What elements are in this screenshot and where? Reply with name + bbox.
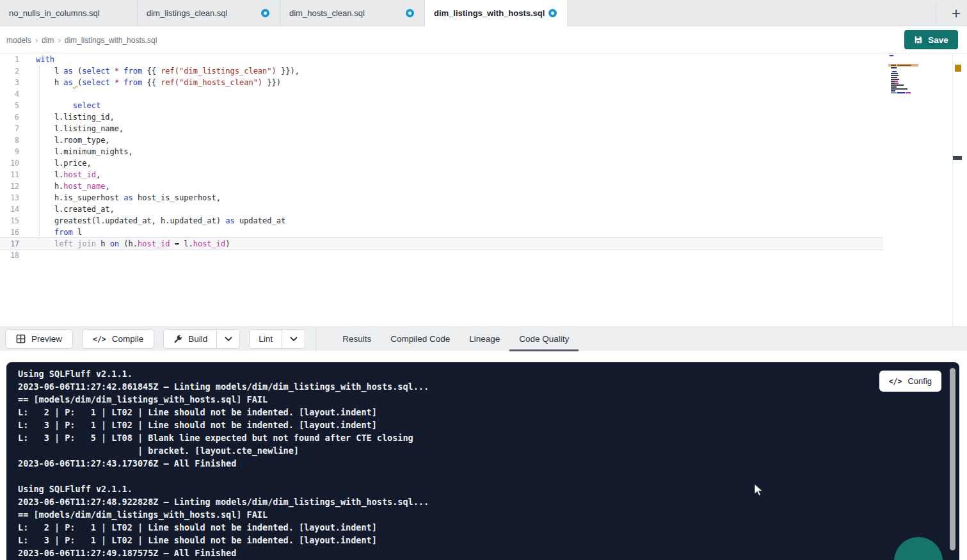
unsaved-changes-dot-icon	[406, 9, 414, 17]
code-area[interactable]: 1with2 l as (select * from {{ ref("dim_l…	[0, 54, 883, 261]
config-button-label: Config	[907, 376, 932, 386]
line-content: greatest(l.updated_at, h.updated_at) as …	[19, 215, 285, 227]
code-line[interactable]: 1with	[0, 54, 883, 65]
code-line[interactable]: 14 l.created_at,	[0, 204, 883, 215]
code-line[interactable]: 12 h.host_name,	[0, 180, 883, 192]
tab-dim_listings_clean.sql[interactable]: dim_listings_clean.sql	[138, 0, 280, 26]
terminal-output: Using SQLFluff v2.1.1.2023-06-06T11:27:4…	[18, 367, 934, 559]
line-number: 5	[0, 100, 19, 111]
lint-button-label: Lint	[259, 334, 273, 344]
code-icon: </>	[93, 335, 106, 344]
terminal-line: Using SQLFluff v2.1.1.	[18, 367, 934, 380]
code-line[interactable]: 2 l as (select * from {{ ref("dim_listin…	[0, 65, 883, 77]
breadcrumb: models›dim›dim_listings_with_hosts.sql	[6, 35, 157, 45]
build-button[interactable]: Build	[164, 330, 216, 348]
tab-code-quality[interactable]: Code Quality	[509, 327, 579, 351]
code-line[interactable]: 15 greatest(l.updated_at, h.updated_at) …	[0, 215, 883, 227]
tab-label: dim_listings_with_hosts.sql	[434, 8, 545, 18]
breadcrumb-separator: ›	[58, 35, 60, 45]
tab-strip: no_nulls_in_columns.sqldim_listings_clea…	[0, 0, 967, 26]
chevron-down-icon	[290, 337, 298, 342]
tab-dim_hosts_clean.sql[interactable]: dim_hosts_clean.sql	[280, 0, 425, 26]
code-line[interactable]: 16 from l	[0, 227, 883, 238]
scroll-position-marker	[953, 156, 962, 160]
breadcrumb-item[interactable]: dim_listings_with_hosts.sql	[65, 36, 157, 45]
code-line[interactable]: 5 select	[0, 100, 883, 111]
lint-warning-marker	[955, 65, 961, 72]
new-tab-button[interactable]: +	[945, 3, 967, 24]
line-number: 13	[0, 192, 19, 204]
tab-results[interactable]: Results	[333, 327, 381, 351]
tab-lineage[interactable]: Lineage	[460, 327, 509, 351]
breadcrumb-item[interactable]: dim	[42, 36, 54, 45]
tab-compiled-code[interactable]: Compiled Code	[381, 327, 460, 351]
code-line[interactable]: 8 l.room_type,	[0, 134, 883, 146]
terminal-line: == [models/dim/dim_listings_with_hosts.s…	[18, 508, 934, 521]
tab-dim_listings_with_hosts.sql[interactable]: dim_listings_with_hosts.sql	[425, 0, 568, 26]
terminal-line: | bracket. [layout.cte_newline]	[18, 444, 934, 457]
compile-button[interactable]: </> Compile	[82, 329, 154, 349]
code-line[interactable]: 7 l.listing_name,	[0, 123, 883, 134]
build-split-button: Build	[163, 329, 240, 349]
code-line[interactable]: 18	[0, 250, 883, 261]
breadcrumb-item[interactable]: models	[6, 36, 31, 45]
lint-output-terminal[interactable]: Using SQLFluff v2.1.1.2023-06-06T11:27:4…	[6, 362, 959, 560]
line-number: 3	[0, 77, 19, 88]
code-line[interactable]: 3 h as (select * from {{ ref("dim_hosts_…	[0, 77, 883, 88]
action-toolbar: Preview </> Compile Build	[0, 326, 967, 351]
lint-split-button: Lint	[249, 329, 305, 349]
code-line[interactable]: 9 l.minimum_nights,	[0, 146, 883, 157]
line-number: 6	[0, 111, 19, 123]
tab-label: dim_listings_clean.sql	[147, 8, 227, 18]
line-content: l as (select * from {{ ref("dim_listings…	[19, 65, 300, 77]
dbt-cloud-ide: no_nulls_in_columns.sqldim_listings_clea…	[0, 0, 967, 560]
terminal-scrollbar[interactable]	[950, 368, 955, 550]
code-line[interactable]: 10 l.price,	[0, 157, 883, 169]
line-number: 9	[0, 146, 19, 157]
chevron-down-icon	[225, 337, 232, 342]
line-number: 1	[0, 54, 19, 65]
line-content: l.minimum_nights,	[19, 146, 133, 157]
terminal-line: L: 2 | P: 1 | LT02 | Line should not be …	[18, 406, 934, 419]
compile-button-label: Compile	[112, 334, 144, 344]
line-number: 11	[0, 169, 19, 180]
config-button[interactable]: </> Config	[879, 371, 941, 392]
floppy-icon	[914, 35, 923, 44]
editor-right-border	[952, 54, 953, 326]
line-content: left join h on (h.host_id = l.host_id)	[19, 238, 230, 250]
grid-icon	[16, 334, 26, 344]
code-line[interactable]: 17 left join h on (h.host_id = l.host_id…	[0, 238, 883, 250]
tab-no_nulls_in_columns.sql[interactable]: no_nulls_in_columns.sql	[0, 0, 138, 26]
code-line[interactable]: 13 h.is_superhost as host_is_superhost,	[0, 192, 883, 204]
preview-button[interactable]: Preview	[5, 329, 73, 349]
save-button[interactable]: Save	[904, 30, 958, 49]
line-number: 17	[0, 238, 19, 250]
line-content: from l	[19, 227, 82, 238]
build-dropdown-button[interactable]	[216, 330, 239, 348]
terminal-line: L: 3 | P: 5 | LT08 | Blank line expected…	[18, 431, 934, 444]
line-content: l.listing_name,	[19, 123, 124, 134]
tab-bar-right: +	[936, 0, 967, 26]
tab-bar-divider	[936, 4, 936, 22]
terminal-line: 2023-06-06T11:27:43.173076Z — All Finish…	[18, 457, 934, 470]
terminal-line: L: 3 | P: 1 | LT02 | Line should not be …	[18, 534, 934, 547]
code-line[interactable]: 4	[0, 88, 883, 100]
result-tab-strip: ResultsCompiled CodeLineageCode Quality	[333, 327, 579, 351]
line-content: l.room_type,	[19, 134, 110, 146]
lint-button[interactable]: Lint	[250, 330, 282, 348]
minimap[interactable]	[888, 55, 919, 99]
editor-tab-bar: no_nulls_in_columns.sqldim_listings_clea…	[0, 0, 967, 26]
code-line[interactable]: 6 l.listing_id,	[0, 111, 883, 123]
line-number: 14	[0, 204, 19, 215]
code-editor[interactable]: 1with2 l as (select * from {{ ref("dim_l…	[0, 54, 967, 326]
tab-label: dim_hosts_clean.sql	[289, 8, 365, 18]
lint-dropdown-button[interactable]	[282, 330, 305, 348]
line-content: h as (select * from {{ ref("dim_hosts_cl…	[19, 77, 281, 88]
terminal-line: 2023-06-06T11:27:49.187575Z — All Finish…	[18, 547, 934, 559]
code-line[interactable]: 11 l.host_id,	[0, 169, 883, 180]
save-button-label: Save	[928, 35, 948, 45]
line-number: 2	[0, 65, 19, 77]
line-number: 12	[0, 180, 19, 192]
hammer-icon	[173, 334, 182, 344]
breadcrumb-separator: ›	[35, 35, 38, 45]
